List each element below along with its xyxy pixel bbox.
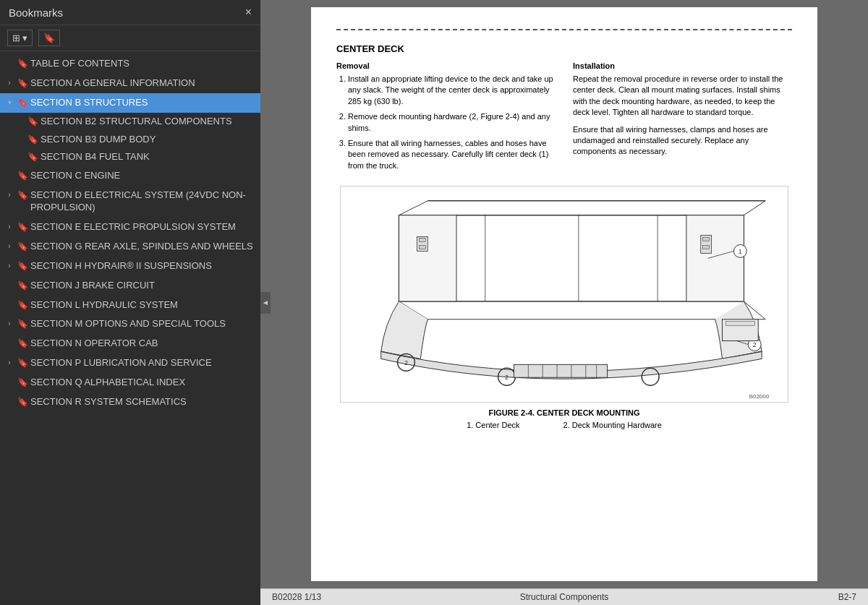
- svg-rect-34: [419, 239, 425, 242]
- sidebar-close-button[interactable]: ×: [245, 6, 252, 19]
- two-col-layout: Removal Install an appropriate lifting d…: [336, 61, 792, 176]
- bookmark-icon: 🔖: [17, 358, 27, 369]
- bookmark-icon: 🔖: [17, 261, 27, 273]
- bookmark-icon: 🔖: [17, 338, 27, 350]
- svg-rect-3: [686, 215, 744, 301]
- figure-area: 2 2: [336, 186, 792, 429]
- sidebar-item-section-j[interactable]: 🔖SECTION J BRAKE CIRCUIT: [0, 276, 260, 296]
- removal-step-3: Ensure that all wiring harnesses, cables…: [348, 138, 556, 171]
- tech-drawing-svg: 2 2: [341, 186, 788, 402]
- sidebar-item-section-l[interactable]: 🔖SECTION L HYDRAULIC SYSTEM: [0, 296, 260, 315]
- removal-step-1: Install an appropriate lifting device to…: [348, 74, 556, 107]
- sidebar-toolbar: ⊞ ▾ 🔖: [0, 25, 260, 51]
- svg-rect-18: [514, 364, 607, 377]
- nav-label: SECTION B4 FUEL TANK: [41, 151, 255, 163]
- sidebar-item-section-m[interactable]: ›🔖SECTION M OPTIONS AND SPECIAL TOOLS: [0, 314, 260, 334]
- sidebar: Bookmarks × ⊞ ▾ 🔖 🔖TABLE OF CONTENTS›🔖SE…: [0, 0, 260, 605]
- installation-heading: Installation: [573, 61, 792, 70]
- legend-item-2: 2. Deck Mounting Hardware: [563, 421, 662, 429]
- chevron-icon: ›: [4, 78, 14, 87]
- svg-rect-35: [419, 246, 425, 249]
- sidebar-list: 🔖TABLE OF CONTENTS›🔖SECTION A GENERAL IN…: [0, 51, 260, 605]
- sidebar-item-table-of-contents[interactable]: 🔖TABLE OF CONTENTS: [0, 54, 260, 74]
- nav-label: SECTION E ELECTRIC PROPULSION SYSTEM: [30, 221, 255, 233]
- removal-step-2: Remove deck mounting hardware (2, Figure…: [348, 111, 556, 134]
- nav-label: SECTION B STRUCTURES: [30, 97, 255, 109]
- chevron-icon: ▾: [4, 98, 14, 107]
- dropdown-arrow: ▾: [22, 33, 27, 43]
- bookmark-icon: 🔖: [17, 98, 27, 109]
- sidebar-item-section-n[interactable]: 🔖SECTION N OPERATOR CAB: [0, 334, 260, 353]
- nav-label: SECTION B2 STRUCTURAL COMPONENTS: [41, 116, 255, 128]
- nav-label: SECTION G REAR AXLE, SPINDLES AND WHEELS: [30, 241, 255, 253]
- nav-label: SECTION B3 DUMP BODY: [41, 134, 255, 146]
- list-icon: ⊞: [12, 33, 20, 43]
- nav-label: SECTION P LUBRICATION AND SERVICE: [30, 357, 255, 369]
- chevron-icon: ›: [4, 190, 14, 199]
- svg-rect-2: [399, 215, 456, 301]
- bookmark-icon: 🔖: [17, 397, 27, 408]
- installation-text-2: Ensure that all wiring harnesses, clamps…: [573, 124, 792, 158]
- bookmark-view-button[interactable]: 🔖: [38, 30, 60, 46]
- sidebar-sub-item-section-b3[interactable]: 🔖SECTION B3 DUMP BODY: [0, 131, 260, 149]
- bookmark-icon: 🔖: [17, 377, 27, 389]
- figure-legend: 1. Center Deck 2. Deck Mounting Hardware: [467, 421, 662, 429]
- bookmark-icon: 🔖: [17, 300, 27, 312]
- sidebar-item-section-r[interactable]: 🔖SECTION R SYSTEM SCHEMATICS: [0, 392, 260, 412]
- sidebar-header: Bookmarks ×: [0, 0, 260, 25]
- nav-label: SECTION H HYDRAIR® II SUSPENSIONS: [30, 260, 255, 273]
- nav-label: SECTION C ENGINE: [30, 170, 255, 182]
- sidebar-item-section-h[interactable]: ›🔖SECTION H HYDRAIR® II SUSPENSIONS: [0, 257, 260, 276]
- legend-item-1: 1. Center Deck: [467, 421, 519, 429]
- sidebar-title: Bookmarks: [9, 7, 63, 19]
- bookmark-icon: 🔖: [27, 134, 38, 146]
- bookmark-icon: 🔖: [17, 59, 27, 70]
- footer-right: B2-7: [662, 592, 856, 602]
- page-area: CENTER DECK Removal Install an appropria…: [260, 0, 868, 588]
- bookmark-icon: 🔖: [17, 222, 27, 233]
- bookmark-icon: 🔖: [17, 171, 27, 182]
- main-content: CENTER DECK Removal Install an appropria…: [260, 0, 868, 605]
- removal-heading: Removal: [336, 61, 556, 70]
- chevron-icon: ›: [4, 241, 14, 251]
- sidebar-sub-item-section-b4[interactable]: 🔖SECTION B4 FUEL TANK: [0, 148, 260, 166]
- bookmark-icon: 🔖: [17, 78, 27, 90]
- chevron-icon: ›: [4, 358, 14, 367]
- installation-column: Installation Repeat the removal procedur…: [573, 61, 792, 176]
- sidebar-item-section-p[interactable]: ›🔖SECTION P LUBRICATION AND SERVICE: [0, 353, 260, 373]
- chevron-icon: ›: [4, 222, 14, 231]
- sidebar-item-section-a[interactable]: ›🔖SECTION A GENERAL INFORMATION: [0, 74, 260, 93]
- sidebar-item-section-q[interactable]: 🔖SECTION Q ALPHABETICAL INDEX: [0, 373, 260, 392]
- bookmark-icon: 🔖: [43, 33, 55, 43]
- nav-label: SECTION L HYDRAULIC SYSTEM: [30, 299, 255, 312]
- list-view-button[interactable]: ⊞ ▾: [7, 30, 33, 46]
- nav-label: SECTION D ELECTRICAL SYSTEM (24VDC NON-P…: [30, 189, 255, 214]
- sidebar-item-section-d[interactable]: ›🔖SECTION D ELECTRICAL SYSTEM (24VDC NON…: [0, 186, 260, 218]
- bookmark-icon: 🔖: [17, 190, 27, 202]
- figure-image: 2 2: [340, 186, 788, 403]
- nav-label: SECTION J BRAKE CIRCUIT: [30, 280, 255, 292]
- nav-label: SECTION N OPERATOR CAB: [30, 338, 255, 350]
- nav-label: SECTION M OPTIONS AND SPECIAL TOOLS: [30, 318, 255, 330]
- sidebar-sub-item-section-b2[interactable]: 🔖SECTION B2 STRUCTURAL COMPONENTS: [0, 113, 260, 131]
- sidebar-item-section-e[interactable]: ›🔖SECTION E ELECTRIC PROPULSION SYSTEM: [0, 218, 260, 237]
- svg-text:2: 2: [753, 342, 757, 349]
- installation-text-1: Repeat the removal procedure in reverse …: [573, 74, 792, 119]
- nav-label: SECTION A GENERAL INFORMATION: [30, 77, 255, 90]
- svg-text:1: 1: [739, 248, 742, 255]
- section-title: CENTER DECK: [336, 43, 792, 54]
- bookmark-icon: 🔖: [27, 152, 38, 163]
- footer-center: Structural Components: [467, 592, 661, 602]
- bookmark-icon: 🔖: [17, 280, 27, 292]
- sidebar-collapse-handle[interactable]: ◄: [260, 292, 271, 314]
- svg-text:2: 2: [505, 374, 509, 381]
- bookmark-icon: 🔖: [27, 116, 38, 128]
- sidebar-item-section-b[interactable]: ▾🔖SECTION B STRUCTURES: [0, 93, 260, 113]
- page-footer: B02028 1/13 Structural Components B2-7: [260, 588, 868, 605]
- svg-rect-38: [703, 246, 710, 249]
- sidebar-item-section-c[interactable]: 🔖SECTION C ENGINE: [0, 166, 260, 186]
- svg-rect-32: [726, 322, 755, 326]
- sidebar-item-section-g[interactable]: ›🔖SECTION G REAR AXLE, SPINDLES AND WHEE…: [0, 237, 260, 257]
- bookmark-icon: 🔖: [17, 319, 27, 330]
- svg-rect-37: [703, 238, 710, 241]
